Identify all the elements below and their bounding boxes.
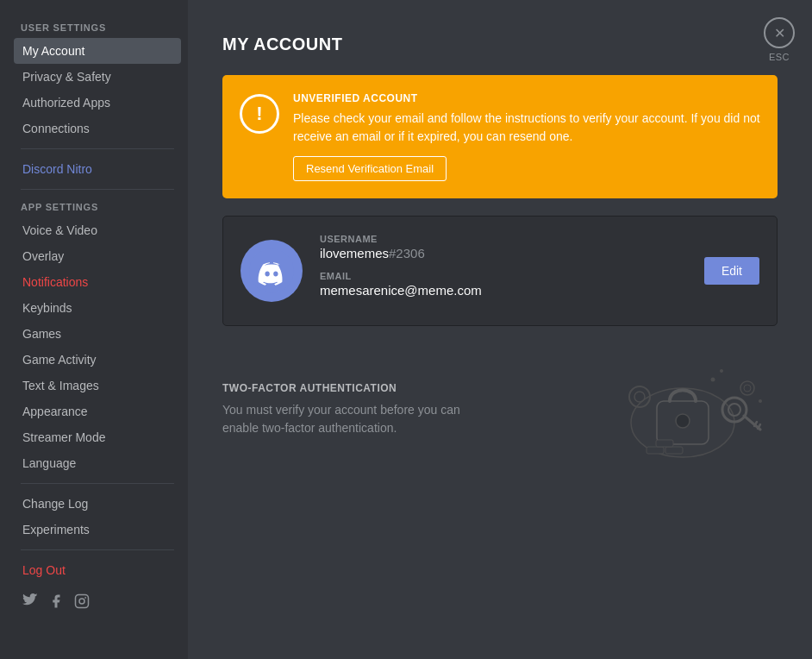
divider-4 — [21, 549, 174, 550]
svg-point-18 — [759, 399, 762, 403]
sidebar-item-language[interactable]: Language — [14, 450, 181, 476]
tfa-illustration — [588, 354, 778, 466]
sidebar-item-game-activity[interactable]: Game Activity — [14, 347, 181, 373]
sidebar-item-appearance[interactable]: Appearance — [14, 399, 181, 424]
svg-point-1 — [79, 599, 84, 604]
banner-text: Please check your email and follow the i… — [293, 110, 760, 146]
facebook-icon[interactable] — [48, 593, 64, 609]
username-text: ilovememes — [320, 246, 389, 260]
banner-body: UNVERIFIED ACCOUNT Please check your ema… — [293, 92, 760, 181]
discriminator-text: #2306 — [389, 246, 425, 260]
sidebar-item-overlay[interactable]: Overlay — [14, 243, 181, 269]
tfa-section: TWO-FACTOR AUTHENTICATION You must verif… — [222, 354, 778, 466]
sidebar-item-discord-nitro[interactable]: Discord Nitro — [14, 156, 181, 182]
username-value: ilovememes#2306 — [320, 246, 687, 260]
discord-avatar-icon — [249, 248, 294, 293]
sidebar-item-connections[interactable]: Connections — [14, 116, 181, 141]
tfa-text: TWO-FACTOR AUTHENTICATION You must verif… — [222, 382, 562, 437]
app-settings-label: App Settings — [14, 197, 181, 216]
divider-3 — [21, 483, 174, 484]
sidebar: User Settings My Account Privacy & Safet… — [0, 0, 188, 659]
page-title: MY ACCOUNT — [222, 35, 778, 54]
sidebar-item-authorized-apps[interactable]: Authorized Apps — [14, 90, 181, 116]
resend-verification-button[interactable]: Resend Verification Email — [293, 156, 447, 181]
svg-rect-20 — [665, 447, 683, 454]
sidebar-item-logout[interactable]: Log Out — [14, 557, 181, 583]
instagram-icon[interactable] — [74, 593, 90, 609]
account-info: USERNAME ilovememes#2306 EMAIL memesaren… — [320, 234, 687, 308]
sidebar-item-streamer-mode[interactable]: Streamer Mode — [14, 424, 181, 450]
svg-rect-0 — [76, 595, 89, 608]
tfa-description: You must verify your account before you … — [222, 401, 498, 437]
esc-button[interactable]: ✕ ESC — [764, 17, 795, 62]
account-card: USERNAME ilovememes#2306 EMAIL memesaren… — [222, 216, 778, 326]
svg-rect-19 — [646, 447, 664, 454]
tfa-title: TWO-FACTOR AUTHENTICATION — [222, 382, 562, 394]
edit-button[interactable]: Edit — [704, 257, 759, 285]
user-settings-label: User Settings — [14, 17, 181, 36]
sidebar-item-voice-video[interactable]: Voice & Video — [14, 217, 181, 243]
main-content: ✕ ESC MY ACCOUNT ! UNVERIFIED ACCOUNT Pl… — [188, 0, 812, 659]
email-label: EMAIL — [320, 271, 687, 281]
sidebar-item-keybinds[interactable]: Keybinds — [14, 295, 181, 321]
esc-label: ESC — [769, 52, 790, 62]
sidebar-item-notifications[interactable]: Notifications — [14, 269, 181, 295]
svg-point-6 — [676, 414, 690, 428]
sidebar-item-experiments[interactable]: Experiments — [14, 517, 181, 543]
svg-point-2 — [84, 597, 86, 599]
unverified-banner: ! UNVERIFIED ACCOUNT Please check your e… — [222, 75, 778, 198]
social-links — [14, 587, 181, 616]
email-value: memesarenice@meme.com — [320, 283, 687, 298]
svg-point-16 — [711, 378, 715, 382]
svg-point-14 — [740, 381, 754, 395]
sidebar-item-privacy-safety[interactable]: Privacy & Safety — [14, 64, 181, 90]
avatar — [240, 240, 303, 302]
twitter-icon[interactable] — [22, 593, 38, 609]
esc-circle-icon: ✕ — [764, 17, 795, 48]
svg-rect-21 — [656, 440, 673, 447]
svg-point-17 — [720, 369, 723, 373]
svg-point-15 — [744, 385, 751, 392]
sidebar-item-change-log[interactable]: Change Log — [14, 491, 181, 517]
banner-title: UNVERIFIED ACCOUNT — [293, 92, 760, 104]
sidebar-item-games[interactable]: Games — [14, 321, 181, 347]
divider-2 — [21, 189, 174, 190]
warning-icon: ! — [240, 94, 279, 134]
divider-1 — [21, 148, 174, 149]
sidebar-item-my-account[interactable]: My Account — [14, 38, 181, 64]
svg-point-13 — [634, 392, 645, 402]
username-label: USERNAME — [320, 234, 687, 244]
sidebar-item-text-images[interactable]: Text & Images — [14, 373, 181, 399]
